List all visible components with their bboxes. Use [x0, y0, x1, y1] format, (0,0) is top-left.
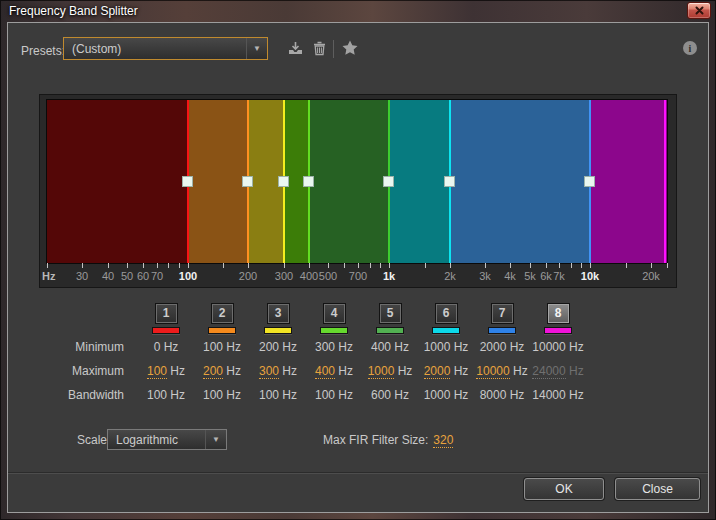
- trash-icon: [311, 40, 328, 57]
- band-color-swatch-2[interactable]: [208, 327, 236, 334]
- close-icon: [695, 6, 704, 15]
- window-close-button[interactable]: [687, 2, 711, 19]
- band-2-region: [188, 100, 248, 263]
- save-preset-button[interactable]: [287, 40, 304, 57]
- maximum-value-band-6[interactable]: 2000 Hz: [418, 364, 474, 378]
- max-fir-row: Max FIR Filter Size: 320: [323, 433, 453, 448]
- band-button-8[interactable]: 8: [547, 303, 570, 324]
- minimum-value-band-6: 1000 Hz: [418, 340, 474, 354]
- bandwidth-value-band-5: 600 Hz: [362, 388, 418, 402]
- axis-tick-80: [168, 263, 169, 268]
- band-7-region: [450, 100, 590, 263]
- axis-tick-2000: [450, 263, 451, 268]
- band-button-4[interactable]: 4: [323, 303, 346, 324]
- max-fir-value[interactable]: 320: [433, 433, 453, 448]
- minimum-value-band-1: 0 Hz: [138, 340, 194, 354]
- band-6-region: [389, 100, 450, 263]
- axis-tick-6000: [546, 263, 547, 268]
- band-button-3[interactable]: 3: [267, 303, 290, 324]
- titlebar[interactable]: Frequency Band Splitter: [0, 0, 716, 22]
- maximum-hot-text-band-2[interactable]: 200: [203, 364, 223, 379]
- presets-dropdown[interactable]: (Custom) ▼: [63, 37, 268, 60]
- info-icon[interactable]: i: [683, 41, 697, 55]
- favorite-preset-button[interactable]: [341, 39, 358, 56]
- band-3-handle[interactable]: [278, 176, 289, 187]
- maximum-hot-text-band-6[interactable]: 2000: [424, 364, 451, 379]
- bandwidth-value-band-2: 100 Hz: [194, 388, 250, 402]
- band-2-handle[interactable]: [242, 176, 253, 187]
- save-icon: [287, 40, 304, 57]
- axis-tick-15000: [626, 263, 627, 268]
- band-column-8: 8: [530, 303, 586, 334]
- band-4-handle[interactable]: [303, 176, 314, 187]
- band-area: [47, 100, 667, 263]
- maximum-value-band-4[interactable]: 400 Hz: [306, 364, 362, 378]
- axis-tick-150: [223, 263, 224, 268]
- maximum-hot-text-band-1[interactable]: 100: [147, 364, 167, 379]
- band-color-swatch-7[interactable]: [488, 327, 516, 334]
- band-column-5: 5: [362, 303, 418, 334]
- band-color-swatch-1[interactable]: [152, 327, 180, 334]
- maximum-value-band-1[interactable]: 100 Hz: [138, 364, 194, 378]
- band-color-swatch-5[interactable]: [376, 327, 404, 334]
- axis-tick-20000: [651, 263, 652, 268]
- band-6-handle[interactable]: [444, 176, 455, 187]
- maximum-value-band-8: 24000 Hz: [530, 364, 586, 378]
- axis-tick-4000: [510, 263, 511, 268]
- band-button-5[interactable]: 5: [379, 303, 402, 324]
- band-column-2: 2: [194, 303, 250, 334]
- maximum-hot-text-band-7[interactable]: 10000: [476, 364, 509, 379]
- scale-dropdown[interactable]: Logarithmic ▼: [107, 429, 227, 450]
- axis-tick-50: [127, 263, 128, 268]
- axis-tick-700: [358, 263, 359, 268]
- maximum-row: Maximum100 Hz200 Hz300 Hz400 Hz1000 Hz20…: [8, 364, 586, 378]
- bandwidth-value-band-7: 8000 Hz: [474, 388, 530, 402]
- delete-preset-button[interactable]: [311, 40, 328, 57]
- axis-tick-5000: [530, 263, 531, 268]
- maximum-value-band-3[interactable]: 300 Hz: [250, 364, 306, 378]
- band-button-6[interactable]: 6: [435, 303, 458, 324]
- chevron-down-icon: ▼: [246, 38, 267, 59]
- band-5-handle[interactable]: [383, 176, 394, 187]
- axis-label-20k: 20k: [634, 270, 668, 282]
- axis-label-70: 70: [140, 270, 174, 282]
- maximum-value-band-7[interactable]: 10000 Hz: [474, 364, 530, 378]
- bandwidth-value-band-1: 100 Hz: [138, 388, 194, 402]
- band-color-swatch-3[interactable]: [264, 327, 292, 334]
- band-1-handle[interactable]: [182, 176, 193, 187]
- maximum-hot-text-band-5[interactable]: 1000: [368, 364, 395, 379]
- scale-dropdown-value: Logarithmic: [108, 433, 205, 447]
- maximum-value-band-5[interactable]: 1000 Hz: [362, 364, 418, 378]
- toolbar-separator: [333, 40, 334, 58]
- max-fir-label: Max FIR Filter Size:: [323, 433, 428, 448]
- maximum-hot-text-band-3[interactable]: 300: [259, 364, 279, 379]
- axis-tick-7000: [559, 263, 560, 268]
- minimum-value-band-3: 200 Hz: [250, 340, 306, 354]
- axis-tick-90: [179, 263, 180, 268]
- frequency-display: Hz 30405060701002003004005007001k2k3k4k5…: [39, 94, 677, 288]
- band-7-handle[interactable]: [584, 176, 595, 187]
- band-8-region: [590, 100, 667, 263]
- band-color-swatch-6[interactable]: [432, 327, 460, 334]
- table-row-label: Minimum: [8, 340, 138, 354]
- ok-button[interactable]: OK: [524, 478, 604, 500]
- table-row-label: Maximum: [8, 364, 138, 378]
- maximum-hot-text-band-4[interactable]: 400: [315, 364, 335, 379]
- axis-label-200: 200: [231, 270, 265, 282]
- band-button-7[interactable]: 7: [491, 303, 514, 324]
- maximum-value-band-2[interactable]: 200 Hz: [194, 364, 250, 378]
- band-1-region: [47, 100, 188, 263]
- band-button-1[interactable]: 1: [155, 303, 178, 324]
- band-color-swatch-8[interactable]: [544, 327, 572, 334]
- axis-label-10k: 10k: [573, 270, 607, 282]
- band-button-2[interactable]: 2: [211, 303, 234, 324]
- axis-tick-20: [47, 263, 48, 268]
- band-color-swatch-4[interactable]: [320, 327, 348, 334]
- axis-tick-3000: [485, 263, 486, 268]
- axis-tick-24000: [667, 263, 668, 268]
- close-button[interactable]: Close: [615, 478, 700, 500]
- axis-tick-70: [157, 263, 158, 268]
- axis-tick-9000: [581, 263, 582, 268]
- axis-label-100: 100: [171, 270, 205, 282]
- presets-label: Presets:: [21, 44, 65, 58]
